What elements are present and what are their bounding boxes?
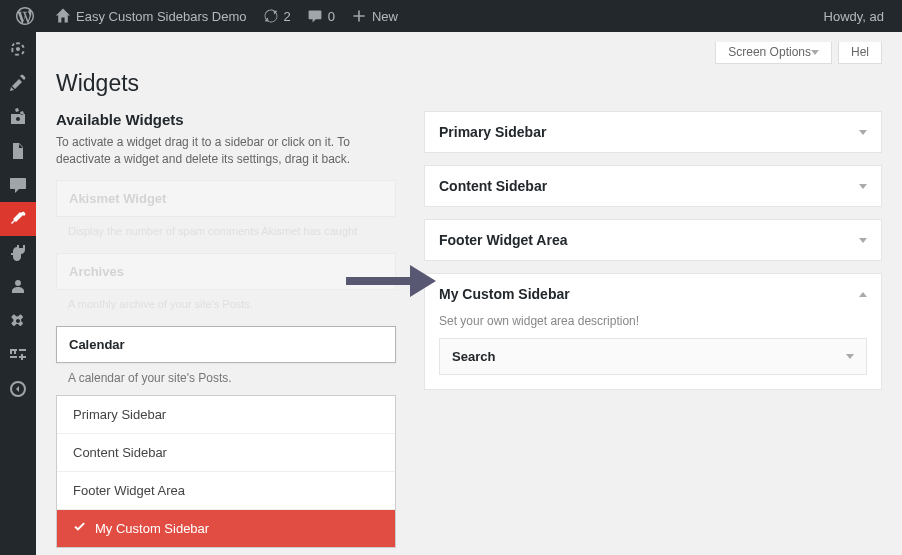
updates-link[interactable]: 2	[255, 0, 299, 32]
screen-options-toggle[interactable]: Screen Options	[715, 42, 832, 64]
users-icon	[8, 277, 28, 297]
menu-dashboard[interactable]	[0, 32, 36, 66]
sidebar-footer: Footer Widget Area	[424, 219, 882, 261]
chooser-custom[interactable]: My Custom Sidebar	[57, 510, 395, 547]
available-widgets-desc: To activate a widget drag it to a sideba…	[56, 134, 396, 168]
chevron-up-icon	[859, 292, 867, 297]
sidebar-custom: My Custom Sidebar Set your own widget ar…	[424, 273, 882, 390]
page-title: Widgets	[56, 70, 882, 97]
plus-icon	[351, 8, 367, 24]
howdy-account[interactable]: Howdy, ad	[814, 9, 894, 24]
admin-menu	[0, 32, 36, 555]
chevron-down-icon	[859, 238, 867, 243]
widget-archives-desc: A monthly archive of your site's Posts.	[56, 290, 396, 326]
chevron-down-icon	[859, 130, 867, 135]
widget-calendar-desc: A calendar of your site's Posts.	[56, 363, 396, 395]
chevron-down-icon	[811, 50, 819, 55]
menu-media[interactable]	[0, 100, 36, 134]
pin-icon	[8, 73, 28, 93]
sidebar-custom-toggle[interactable]: My Custom Sidebar	[425, 274, 881, 314]
comments-count: 0	[328, 9, 335, 24]
pages-icon	[8, 141, 28, 161]
menu-appearance[interactable]	[0, 202, 36, 236]
chooser-actions: Cancel Add Widget	[56, 548, 396, 555]
sidebar-primary: Primary Sidebar	[424, 111, 882, 153]
menu-comments[interactable]	[0, 168, 36, 202]
chooser-footer[interactable]: Footer Widget Area	[57, 472, 395, 510]
comment-icon	[307, 8, 323, 24]
available-widgets-heading: Available Widgets	[56, 111, 396, 128]
media-icon	[8, 107, 28, 127]
plugins-icon	[8, 243, 28, 263]
sidebar-footer-toggle[interactable]: Footer Widget Area	[425, 220, 881, 260]
wordpress-icon	[16, 7, 34, 25]
tools-icon	[8, 311, 28, 331]
settings-icon	[8, 345, 28, 365]
widget-search-in-sidebar[interactable]: Search	[439, 338, 867, 375]
menu-collapse[interactable]	[0, 372, 36, 406]
chevron-down-icon	[859, 184, 867, 189]
menu-settings[interactable]	[0, 338, 36, 372]
menu-plugins[interactable]	[0, 236, 36, 270]
wp-logo[interactable]	[8, 0, 47, 32]
sidebar-areas-column: Primary Sidebar Content Sidebar Footer W…	[424, 111, 882, 555]
sidebar-content: Content Sidebar	[424, 165, 882, 207]
faded-widgets: Akismet Widget Display the number of spa…	[56, 180, 396, 326]
sidebar-content-toggle[interactable]: Content Sidebar	[425, 166, 881, 206]
menu-pages[interactable]	[0, 134, 36, 168]
menu-tools[interactable]	[0, 304, 36, 338]
chooser-content[interactable]: Content Sidebar	[57, 434, 395, 472]
widget-akismet[interactable]: Akismet Widget	[56, 180, 396, 217]
sidebar-chooser: Primary Sidebar Content Sidebar Footer W…	[56, 395, 396, 548]
main-content: Screen Options Hel Widgets Available Wid…	[36, 32, 902, 555]
collapse-icon	[8, 379, 28, 399]
updates-count: 2	[284, 9, 291, 24]
dashboard-icon	[8, 39, 28, 59]
comments-link[interactable]: 0	[299, 0, 343, 32]
menu-users[interactable]	[0, 270, 36, 304]
sidebar-custom-desc: Set your own widget area description!	[439, 314, 867, 328]
appearance-icon	[8, 209, 28, 229]
widget-calendar[interactable]: Calendar	[56, 326, 396, 363]
new-content-link[interactable]: New	[343, 0, 406, 32]
available-widgets-column: Available Widgets To activate a widget d…	[56, 111, 396, 555]
admin-bar: Easy Custom Sidebars Demo 2 0 New Howdy,…	[0, 0, 902, 32]
comments-icon	[8, 175, 28, 195]
chooser-primary[interactable]: Primary Sidebar	[57, 396, 395, 434]
new-label: New	[372, 9, 398, 24]
widget-archives[interactable]: Archives	[56, 253, 396, 290]
sidebar-primary-toggle[interactable]: Primary Sidebar	[425, 112, 881, 152]
update-icon	[263, 8, 279, 24]
home-icon	[55, 8, 71, 24]
screen-meta: Screen Options Hel	[56, 42, 882, 64]
widget-akismet-desc: Display the number of spam comments Akis…	[56, 217, 396, 253]
site-name: Easy Custom Sidebars Demo	[76, 9, 247, 24]
help-toggle[interactable]: Hel	[838, 42, 882, 64]
check-icon	[73, 521, 87, 535]
site-home-link[interactable]: Easy Custom Sidebars Demo	[47, 0, 255, 32]
chevron-down-icon	[846, 354, 854, 359]
menu-posts[interactable]	[0, 66, 36, 100]
